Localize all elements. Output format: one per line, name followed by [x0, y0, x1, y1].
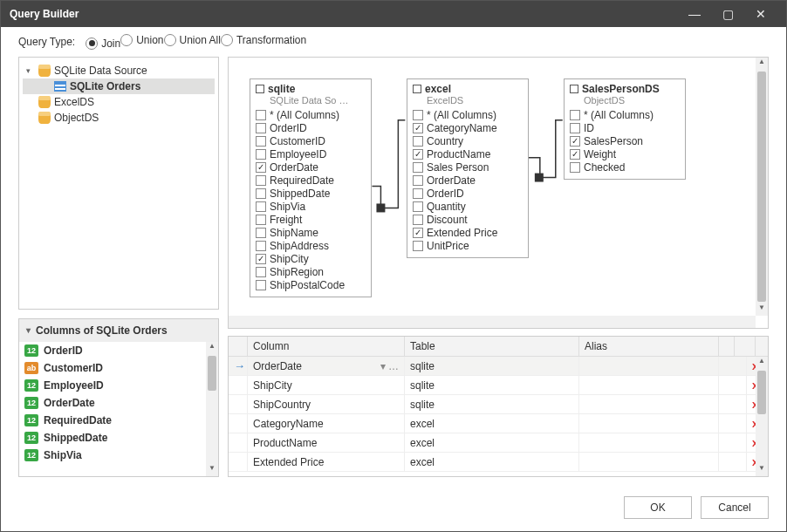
scrollbar-thumb[interactable]: [208, 356, 216, 391]
node-field[interactable]: RequiredDate: [254, 174, 367, 187]
grid-cell-column[interactable]: CategoryName: [248, 414, 405, 433]
checkbox-icon[interactable]: [413, 136, 423, 147]
ok-button[interactable]: OK: [624, 496, 692, 519]
grid-cell-column[interactable]: OrderDate ▾ …: [248, 357, 405, 375]
scrollbar-thumb[interactable]: [757, 371, 766, 414]
node-field[interactable]: ShipAddress: [254, 240, 367, 252]
canvas-scrollbar-horizontal[interactable]: [229, 316, 756, 328]
node-field[interactable]: UnitPrice: [411, 240, 524, 252]
node-field[interactable]: OrderDate: [411, 174, 524, 187]
node-field[interactable]: Extended Price: [411, 227, 524, 239]
node-field[interactable]: ShipRegion: [254, 266, 367, 278]
grid-cell-table[interactable]: excel: [405, 433, 579, 452]
column-item[interactable]: 12EmployeeID: [19, 377, 218, 394]
node-field[interactable]: ShipCity: [254, 253, 367, 265]
node-field[interactable]: Quantity: [411, 201, 524, 213]
columns-panel-header[interactable]: ▾ Columns of SQLite Orders: [19, 319, 218, 342]
checkbox-icon[interactable]: [256, 254, 266, 264]
grid-cell-table[interactable]: excel: [405, 453, 579, 471]
tree-item[interactable]: SQLite Orders: [23, 78, 215, 94]
checkbox-icon[interactable]: [256, 162, 266, 173]
scroll-down-icon[interactable]: ▼: [756, 304, 768, 316]
table-node-salespersonds[interactable]: SalesPersonDSObjectDS* (All Columns)IDSa…: [564, 78, 686, 180]
grid-cell-column[interactable]: ProductName: [248, 433, 405, 452]
grid-header-table[interactable]: Table: [405, 337, 579, 356]
checkbox-icon[interactable]: [256, 280, 266, 290]
column-item[interactable]: 12ShipVia: [19, 447, 218, 464]
checkbox-icon[interactable]: [413, 149, 423, 160]
node-field[interactable]: * (All Columns): [568, 109, 681, 121]
canvas-scrollbar-vertical[interactable]: ▲ ▼: [756, 58, 768, 317]
column-item[interactable]: abCustomerID: [19, 359, 218, 377]
node-field[interactable]: OrderID: [411, 188, 524, 200]
grid-header-alias[interactable]: Alias: [579, 337, 719, 356]
checkbox-icon[interactable]: [570, 123, 580, 133]
grid-scrollbar-vertical[interactable]: ▲ ▼: [756, 357, 768, 476]
column-item[interactable]: 12OrderID: [19, 342, 218, 359]
node-field[interactable]: CategoryName: [411, 122, 524, 134]
checkbox-icon[interactable]: [256, 149, 266, 160]
checkbox-icon[interactable]: [413, 215, 423, 225]
checkbox-icon[interactable]: [413, 201, 423, 212]
scroll-up-icon[interactable]: ▲: [756, 357, 768, 369]
checkbox-icon[interactable]: [413, 228, 423, 238]
node-field[interactable]: ID: [568, 122, 681, 134]
grid-header-column[interactable]: Column: [248, 337, 405, 356]
grid-cell-alias[interactable]: [579, 433, 719, 452]
checkbox-icon[interactable]: [413, 110, 423, 120]
scroll-down-icon[interactable]: ▼: [756, 464, 768, 476]
checkbox-icon[interactable]: [413, 188, 423, 199]
checkbox-icon[interactable]: [256, 175, 266, 186]
node-field[interactable]: * (All Columns): [411, 109, 524, 121]
grid-cell-table[interactable]: sqlite: [405, 395, 579, 413]
grid-cell-table[interactable]: excel: [405, 414, 579, 433]
column-item[interactable]: 12RequiredDate: [19, 412, 218, 429]
node-field[interactable]: * (All Columns): [254, 109, 367, 121]
checkbox-icon[interactable]: [570, 149, 580, 160]
checkbox-icon[interactable]: [256, 267, 266, 277]
node-field[interactable]: Country: [411, 135, 524, 147]
grid-cell-column[interactable]: ShipCity: [248, 376, 405, 394]
checkbox-icon[interactable]: [256, 136, 266, 147]
query-type-radio-union[interactable]: Union: [120, 34, 163, 46]
query-type-radio-transformation[interactable]: Transformation: [221, 34, 306, 46]
node-field[interactable]: OrderDate: [254, 161, 367, 174]
tree-item[interactable]: ObjectDS: [23, 110, 215, 126]
grid-row[interactable]: CategoryNameexcelx: [229, 414, 768, 433]
table-node-sqlite[interactable]: sqliteSQLite Data So …* (All Columns)Ord…: [250, 78, 372, 297]
tree-item[interactable]: ExcelDS: [23, 94, 215, 110]
node-field[interactable]: ProductName: [411, 148, 524, 160]
node-field[interactable]: Weight: [568, 148, 681, 160]
node-field[interactable]: ShippedDate: [254, 188, 367, 200]
checkbox-icon[interactable]: [256, 201, 266, 212]
checkbox-icon[interactable]: [413, 175, 423, 186]
checkbox-icon[interactable]: [256, 123, 266, 133]
checkbox-icon[interactable]: [256, 228, 266, 238]
scrollbar-thumb[interactable]: [757, 72, 766, 303]
node-field[interactable]: Discount: [411, 214, 524, 226]
grid-cell-table[interactable]: sqlite: [405, 357, 579, 375]
diagram-canvas[interactable]: sqliteSQLite Data So …* (All Columns)Ord…: [228, 57, 769, 330]
column-item[interactable]: 12ShippedDate: [19, 429, 218, 447]
grid-row[interactable]: ShipCitysqlitex: [229, 376, 768, 395]
grid-cell-alias[interactable]: [579, 376, 719, 394]
checkbox-icon[interactable]: [413, 241, 423, 251]
checkbox-icon[interactable]: [570, 162, 580, 173]
checkbox-icon[interactable]: [256, 110, 266, 120]
grid-cell-alias[interactable]: [579, 357, 719, 375]
grid-row[interactable]: Extended Priceexcelx: [229, 453, 768, 472]
grid-cell-alias[interactable]: [579, 395, 719, 413]
node-field[interactable]: CustomerID: [254, 135, 367, 147]
maximize-button[interactable]: ▢: [711, 7, 744, 21]
scrollbar-vertical[interactable]: ▲ ▼: [206, 342, 218, 477]
node-field[interactable]: Freight: [254, 214, 367, 226]
grid-cell-alias[interactable]: [579, 453, 719, 471]
checkbox-icon[interactable]: [570, 110, 580, 120]
node-field[interactable]: ShipVia: [254, 201, 367, 213]
scroll-down-icon[interactable]: ▼: [206, 464, 218, 476]
node-field[interactable]: ShipName: [254, 227, 367, 239]
grid-cell-column[interactable]: ShipCountry: [248, 395, 405, 413]
checkbox-icon[interactable]: [256, 241, 266, 251]
checkbox-icon[interactable]: [256, 215, 266, 225]
table-node-excel[interactable]: excelExcelDS* (All Columns)CategoryNameC…: [407, 78, 529, 258]
